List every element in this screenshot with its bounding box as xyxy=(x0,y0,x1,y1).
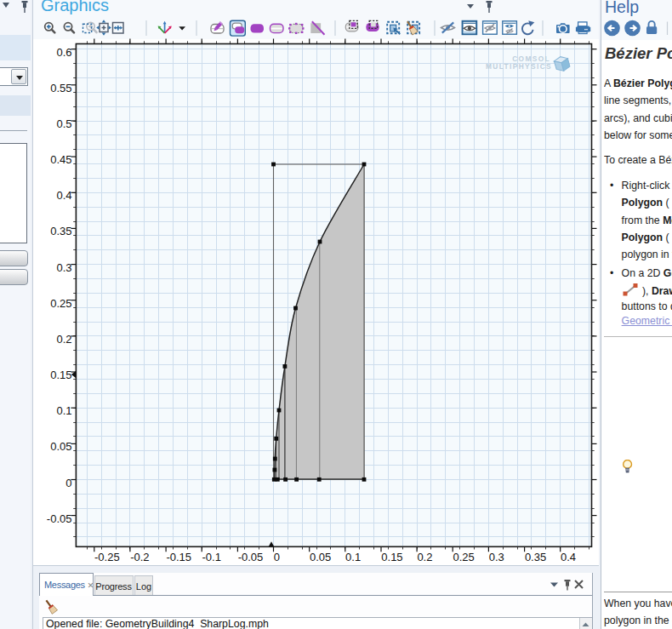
svg-text:0.15: 0.15 xyxy=(50,369,71,381)
svg-text:0.4: 0.4 xyxy=(56,189,71,202)
svg-text:0.6: 0.6 xyxy=(56,46,71,59)
svg-text:-0.1: -0.1 xyxy=(202,551,221,563)
svg-text:-0.2: -0.2 xyxy=(130,551,149,563)
svg-text:0.3: 0.3 xyxy=(56,261,71,274)
svg-text:-0.05: -0.05 xyxy=(47,512,72,525)
svg-text:0.55: 0.55 xyxy=(50,82,71,94)
svg-text:0: 0 xyxy=(274,551,280,563)
svg-text:0.25: 0.25 xyxy=(453,551,475,563)
svg-text:-0.15: -0.15 xyxy=(166,551,191,563)
svg-text:0.45: 0.45 xyxy=(50,153,71,166)
svg-text:COMSOL: COMSOL xyxy=(512,54,550,63)
svg-text:0.4: 0.4 xyxy=(561,551,576,563)
svg-text:0: 0 xyxy=(65,477,71,489)
svg-text:0.05: 0.05 xyxy=(310,551,331,563)
svg-text:MULTIPHYSICS: MULTIPHYSICS xyxy=(486,62,552,71)
svg-text:-0.25: -0.25 xyxy=(94,551,120,563)
svg-text:-0.05: -0.05 xyxy=(238,551,264,563)
svg-text:0.2: 0.2 xyxy=(417,551,432,563)
svg-text:0.35: 0.35 xyxy=(525,551,546,563)
svg-text:0.2: 0.2 xyxy=(56,333,71,346)
svg-text:0.1: 0.1 xyxy=(56,404,71,417)
svg-text:0.35: 0.35 xyxy=(50,225,71,237)
svg-text:0.25: 0.25 xyxy=(50,297,71,310)
svg-text:0.1: 0.1 xyxy=(345,551,361,563)
svg-text:0.15: 0.15 xyxy=(381,551,402,563)
svg-text:0.3: 0.3 xyxy=(489,551,504,563)
svg-text:0.05: 0.05 xyxy=(50,440,71,453)
svg-text:0.5: 0.5 xyxy=(56,117,71,130)
